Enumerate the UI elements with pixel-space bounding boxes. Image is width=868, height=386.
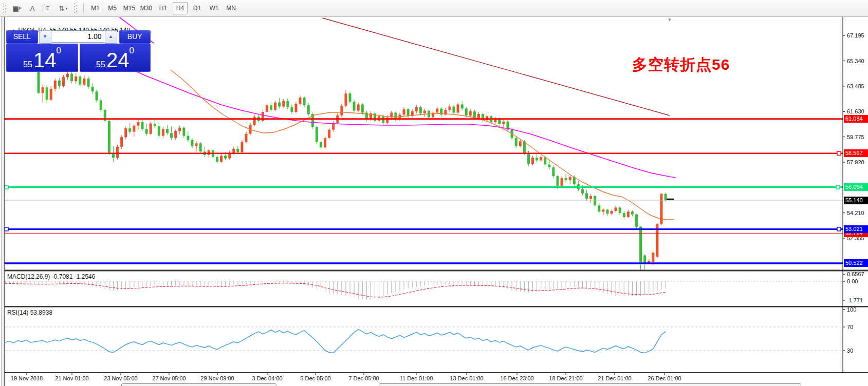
time-axis-label: 11 Dec 01:00 (400, 375, 433, 381)
line-handle (5, 227, 8, 231)
volume-decrease-button[interactable]: ▼ (39, 30, 51, 44)
price-tick-label: 54.210 (847, 210, 864, 216)
timeframe-button-D1[interactable]: D1 (190, 2, 205, 14)
buy-price-integer: 55 (96, 60, 105, 70)
sell-price-integer: 55 (23, 60, 32, 70)
time-axis-label: 16 Dec 23:00 (500, 375, 533, 381)
line-handle (837, 227, 841, 231)
toolbar: ▦FAT⇅▾ M1M5M15M30H1H4D1W1MN (0, 0, 868, 17)
one-click-trading-panel: SELL ▼ ▲ BUY 55 14 0 55 24 0 (6, 30, 151, 69)
cursor-tool-icon[interactable]: ⇅▾ (57, 2, 70, 14)
volume-input[interactable] (51, 30, 105, 43)
chart-window-left-border (0, 16, 5, 386)
drawing-tools-group: ▦FAT⇅▾ (9, 2, 71, 14)
timeframe-button-H1[interactable]: H1 (156, 2, 171, 14)
price-tick-label: 67.195 (847, 32, 864, 38)
time-axis-label: 7 Dec 05:00 (348, 375, 379, 381)
time-axis-label: 23 Nov 05:00 (104, 375, 137, 381)
timeframe-group: M1M5M15M30H1H4D1W1MN (87, 2, 239, 14)
line-handle (836, 185, 840, 189)
sell-button[interactable]: SELL (6, 30, 38, 44)
rsi-indicator-label: RSI(14) 53.8938 (7, 309, 52, 316)
timeframe-button-M30[interactable]: M30 (139, 2, 154, 14)
rsi-name: RSI(14) (7, 309, 28, 316)
text-tool-icon[interactable]: A (26, 2, 39, 14)
buy-price-pip: 0 (129, 46, 134, 55)
timeframe-button-M1[interactable]: M1 (88, 2, 103, 14)
line-handle (837, 151, 841, 155)
macd-signal-value: -1.2546 (75, 273, 96, 280)
trading-terminal: { "toolbar": { "tools": [ {"name": "indi… (0, 0, 868, 386)
indicator-grid-icon[interactable]: ▦F (10, 2, 24, 14)
level-price-badge-58.567: 58.567 (844, 149, 868, 157)
current-price-badge: 55.140 (844, 197, 868, 204)
price-tick-label: 57.920 (847, 159, 864, 165)
price-tick-label: 63.485 (847, 83, 864, 89)
level-price-badge-50.522: 50.522 (844, 259, 868, 267)
time-axis-label: 27 Nov 05:00 (152, 375, 186, 381)
macd-main-value: -0.7081 (52, 273, 73, 280)
rsi-value: 53.8938 (30, 309, 52, 316)
rsi-scale-label: 100 (847, 306, 856, 313)
macd-scale-label: -1.771 (847, 297, 863, 303)
time-axis-label: 29 Nov 09:00 (200, 375, 234, 381)
level-price-badge-61.084: 61.084 (844, 115, 868, 123)
status-bar-box-2[interactable] (379, 383, 801, 386)
level-price-badge-56.094: 56.094 (844, 183, 868, 191)
price-tick-label: 59.775 (847, 134, 864, 140)
time-axis-label: 26 Dec 01:00 (648, 375, 681, 381)
macd-scale-label: 0.6567 (847, 271, 864, 277)
chart-text-annotation: 多空转折点56 (632, 54, 730, 75)
price-tick-label: 65.340 (847, 58, 864, 64)
chart-shift-marker-icon[interactable]: ▼ (667, 17, 672, 23)
timeframe-button-H4[interactable]: H4 (173, 2, 188, 14)
timeframe-button-W1[interactable]: W1 (207, 2, 221, 14)
rsi-scale-label: 70 (847, 324, 853, 330)
level-price-badge-53.021: 53.021 (844, 225, 868, 233)
label-tool-icon[interactable]: T (41, 2, 54, 14)
time-axis-label: 21 Dec 01:00 (598, 375, 631, 381)
toolbar-grip[interactable] (3, 3, 6, 13)
rsi-scale-label: 30 (847, 348, 853, 354)
toolbar-separator (83, 3, 84, 14)
price-tick-label: 61.630 (847, 108, 864, 114)
macd-scale-label: 0.00 (847, 278, 858, 284)
toolbar-grip-2[interactable] (74, 3, 77, 13)
sell-price-tile[interactable]: 55 14 0 (6, 44, 78, 72)
time-axis-label: 5 Dec 05:00 (300, 375, 330, 381)
sell-price-main: 14 (33, 50, 57, 70)
buy-price-main: 24 (106, 50, 130, 70)
time-axis-label: 19 Nov 2018 (11, 375, 43, 381)
buy-price-tile[interactable]: 55 24 0 (80, 44, 151, 72)
timeframe-button-M5[interactable]: M5 (105, 2, 120, 14)
volume-increase-button[interactable]: ▲ (105, 30, 117, 44)
time-axis-label: 13 Dec 01:00 (450, 375, 483, 381)
timeframe-button-MN[interactable]: MN (224, 2, 238, 14)
macd-indicator-label: MACD(12,26,9) -0.7081 -1.2546 (7, 273, 95, 280)
sell-price-pip: 0 (56, 46, 61, 55)
timeframe-button-M15[interactable]: M15 (122, 2, 137, 14)
buy-button[interactable]: BUY (119, 30, 151, 44)
time-axis-label: 18 Dec 21:00 (549, 375, 582, 381)
status-bar-box[interactable] (121, 383, 276, 386)
macd-name: MACD(12,26,9) (7, 273, 50, 280)
time-axis-label: 3 Dec 04:00 (252, 375, 282, 381)
time-axis-label: 21 Nov 01:00 (55, 375, 88, 381)
line-handle (5, 185, 8, 189)
